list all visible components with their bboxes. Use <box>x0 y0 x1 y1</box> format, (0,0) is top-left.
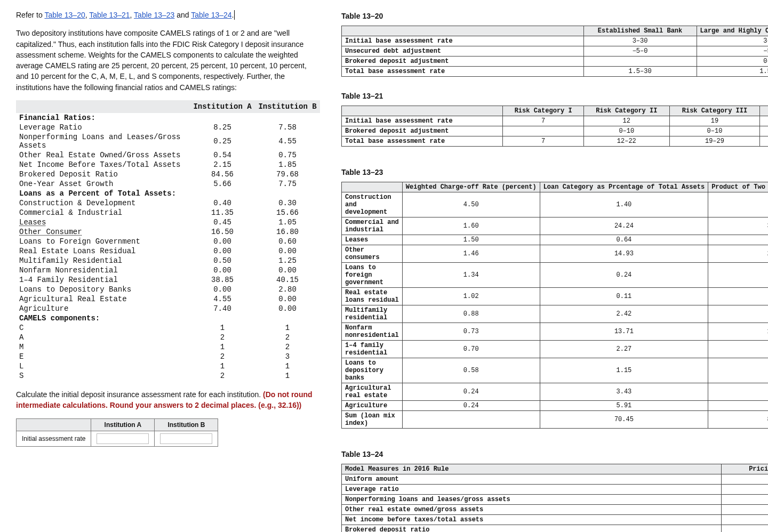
table-cell: 1.15 <box>540 358 708 383</box>
table-cell: −5–0 <box>697 46 768 57</box>
table-cell: 0.67 <box>708 358 768 383</box>
table-cell: 1.46 <box>402 245 540 263</box>
fin-value-a: 4.55 <box>190 294 255 304</box>
input-inst-a[interactable] <box>97 433 149 444</box>
fin-value-a: 0.00 <box>190 246 255 256</box>
answer-table: Institution A Institution B Initial asse… <box>16 418 218 447</box>
table-cell: 70.45 <box>540 411 708 429</box>
table-cell: 0.88 <box>402 305 540 323</box>
table-cell: 7 <box>503 116 584 126</box>
table-cell: 12–22 <box>584 136 670 147</box>
table-row-label: Nonfarm nonresidential <box>342 323 403 341</box>
table-cell: 2.42 <box>540 305 708 323</box>
fin-value-b: 1.05 <box>255 217 320 227</box>
fin-value-b: 0.75 <box>255 150 320 160</box>
table-row-label: Real estate loans residual <box>342 288 403 305</box>
table-row-label: Leases <box>342 235 403 245</box>
input-inst-b[interactable] <box>160 433 212 444</box>
table-cell: 13.71 <box>540 323 708 341</box>
table-cell <box>583 57 697 67</box>
table-row-label: Net income before taxes/total assets <box>342 515 722 525</box>
title-13-21: Table 13–21 <box>341 92 768 100</box>
fin-value-b: 1.85 <box>255 160 320 170</box>
table-row-label: Total base assessment rate <box>342 67 584 77</box>
table-cell: 1.5–40 <box>697 67 768 77</box>
fin-value-b: 40.15 <box>255 275 320 285</box>
table-row-label: Loans to depository banks <box>342 358 403 383</box>
fin-value-b: 1.25 <box>255 256 320 265</box>
fin-value-b: 3 <box>255 352 320 361</box>
fin-row-label: 1–4 Family Residential <box>16 275 190 285</box>
fin-value-b: 2.80 <box>255 285 320 294</box>
fin-row-label: Loans to Depository Banks <box>16 285 190 294</box>
fin-section-label: Financial Ratios: <box>16 113 320 123</box>
table-cell: 1.02 <box>402 288 540 305</box>
answer-col-b: Institution B <box>155 418 218 431</box>
col-inst-b: Institution B <box>255 100 320 113</box>
fin-row-label: A <box>16 333 190 342</box>
table-row-label: Brokered deposit adjustment <box>342 126 503 136</box>
table-row-label: Construction and development <box>342 192 403 217</box>
intro-sentence: Refer to Table 13–20, Table 13–21, Table… <box>16 10 320 20</box>
fin-row-label: Real Estate Loans Residual <box>16 246 190 256</box>
table-cell: 4.50 <box>402 192 540 217</box>
table-row-label: Nonperforming loans and leases/gross ass… <box>342 495 722 505</box>
fin-value-b: 0.00 <box>255 294 320 304</box>
table-cell: 0.70 <box>402 341 540 358</box>
table-cell: 2.13 <box>708 305 768 323</box>
table-row-label: Initial base assessment rate <box>342 116 503 126</box>
fin-value-b: 15.66 <box>255 208 320 217</box>
table-cell: (0.720) <box>721 515 768 525</box>
fin-value-b: 4.55 <box>255 132 320 150</box>
fin-value-b: 0.00 <box>255 304 320 313</box>
fin-value-a: 16.50 <box>190 227 255 237</box>
table-cell: 1.59 <box>708 341 768 358</box>
fin-row-label: Loans to Foreign Government <box>16 237 190 246</box>
fin-value-a: 0.40 <box>190 198 255 208</box>
table-13-21: Risk Category I Risk Category II Risk Ca… <box>341 106 768 147</box>
table-cell: 0.96 <box>708 235 768 245</box>
table-cell: 14.93 <box>540 245 708 263</box>
table-cell: 19 <box>669 116 760 126</box>
title-13-24: Table 13–24 <box>341 450 768 458</box>
table-row-label: Total base assessment rate <box>342 136 503 147</box>
fin-value-b: 0.60 <box>255 237 320 246</box>
link-table-13-24[interactable]: Table 13–24 <box>191 11 231 19</box>
fin-value-a: 1 <box>190 342 255 352</box>
fin-row-label: Agriculture <box>16 304 190 313</box>
table-cell: 1.42 <box>708 401 768 411</box>
table-cell: 0.82 <box>708 383 768 401</box>
fin-value-a: 8.25 <box>190 123 255 132</box>
table-row-label: Sum (loan mix index) <box>342 411 403 429</box>
link-table-13-20[interactable]: Table 13–20 <box>44 11 85 19</box>
table-13-23: Weighted Charge-off Rate (percent) Loan … <box>341 182 768 429</box>
link-table-13-21[interactable]: Table 13–21 <box>89 11 130 19</box>
fin-value-a: 2 <box>190 352 255 361</box>
fin-row-label: Leases <box>16 217 190 227</box>
fin-value-a: 2.15 <box>190 160 255 170</box>
table-cell: 10.01 <box>708 323 768 341</box>
fin-value-a: 1 <box>190 361 255 371</box>
table-cell <box>503 126 584 136</box>
financial-ratios-table: Institution A Institution B Financial Ra… <box>16 100 320 381</box>
table-cell: 0–10 <box>584 126 670 136</box>
table-row-label: Agriculture <box>342 401 403 411</box>
fin-value-a: 2 <box>190 371 255 381</box>
table-row-label: Commercial and industrial <box>342 217 403 235</box>
fin-value-b: 0.00 <box>255 265 320 275</box>
table-row-label: 1–4 family residential <box>342 341 403 358</box>
fin-value-a: 7.40 <box>190 304 255 313</box>
table-cell: 84.91 <box>708 411 768 429</box>
table-cell: 1.60 <box>402 217 540 235</box>
table-cell: 38.78 <box>708 217 768 235</box>
table-cell: 0.32 <box>708 263 768 288</box>
link-table-13-23[interactable]: Table 13–23 <box>134 11 174 19</box>
fin-value-b: 2 <box>255 342 320 352</box>
answer-rowlabel: Initial assessment rate <box>17 431 91 446</box>
fin-value-a: 0.00 <box>190 285 255 294</box>
table-cell: 21.80 <box>708 245 768 263</box>
fin-value-b: 0.30 <box>255 198 320 208</box>
problem-paragraph: Two depository institutions have composi… <box>16 28 320 93</box>
fin-row-label: E <box>16 352 190 361</box>
table-row-label: Agricultural real estate <box>342 383 403 401</box>
